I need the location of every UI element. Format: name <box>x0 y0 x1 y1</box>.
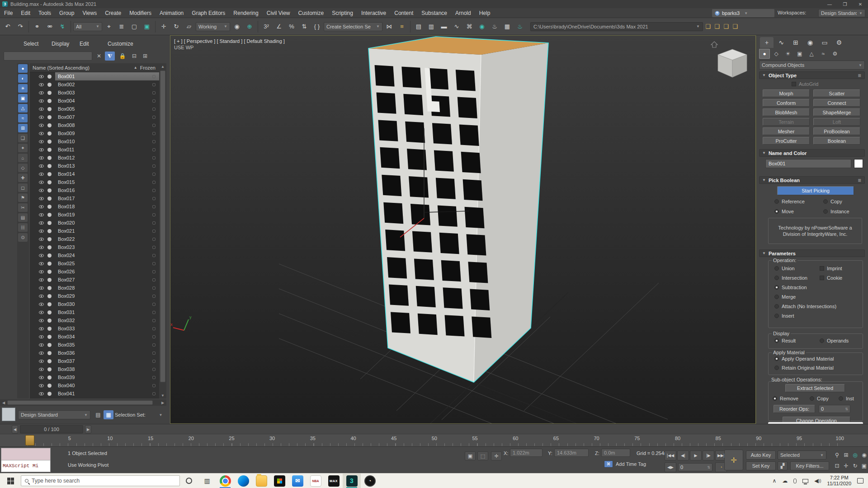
named-selection-sets-icon[interactable]: { } <box>311 21 323 33</box>
folder-button-2-icon[interactable]: ❑ <box>713 21 721 33</box>
key-selection-dropdown[interactable]: Selected▼ <box>778 450 826 460</box>
key-filters-button[interactable]: Key Filters... <box>790 461 829 470</box>
material-editor-icon[interactable]: ◉ <box>476 21 488 33</box>
project-folder-field[interactable]: C:\Users\brady\OneDrive\Documents\3ds Ma… <box>530 22 703 31</box>
copy-extract-radio[interactable]: Copy <box>810 396 829 401</box>
frozen-toggle-icon[interactable] <box>152 335 156 338</box>
frozen-toggle-icon[interactable] <box>152 99 156 103</box>
visibility-eye-icon[interactable] <box>39 278 44 282</box>
select-and-scale-icon[interactable]: ▱ <box>183 21 195 33</box>
scene-object-row[interactable]: Box012 <box>30 154 159 162</box>
filter-helpers-icon[interactable]: △ <box>18 104 28 113</box>
retain-original-material-radio[interactable]: Retain Original Material <box>774 365 834 371</box>
scene-object-row[interactable]: Box031 <box>30 308 159 316</box>
zoom-extents-all-icon[interactable]: ◉ <box>860 450 868 460</box>
viewport-label[interactable]: [ + ] [ Perspective ] [ Standard ] [ Def… <box>174 38 285 44</box>
name-color-rollout-header[interactable]: ▼Name and Color <box>759 149 865 157</box>
insert-radio[interactable]: Insert <box>774 313 794 319</box>
set-keys-big-button[interactable]: ✛ <box>724 450 743 470</box>
visibility-eye-icon[interactable] <box>39 392 44 395</box>
visibility-eye-icon[interactable] <box>39 156 44 160</box>
selection-set-dropdown-icon[interactable]: ▼ <box>156 410 164 419</box>
scene-object-row[interactable]: Box009 <box>30 129 159 137</box>
nba-app-icon[interactable]: NBA <box>307 474 325 488</box>
reference-radio[interactable]: Reference <box>774 199 805 204</box>
menu-item[interactable]: Tools <box>34 8 55 18</box>
render-icon[interactable]: ♨ <box>514 21 526 33</box>
scene-object-row[interactable]: Box030 <box>30 300 159 308</box>
filter-frozen-icon[interactable]: ◻ <box>18 183 28 192</box>
explorer-menu-item[interactable]: Display <box>52 41 69 47</box>
scene-object-row[interactable]: Box036 <box>30 349 159 357</box>
frozen-toggle-icon[interactable] <box>152 352 156 355</box>
object-type-rollout-header[interactable]: ▼Object Type≣ <box>759 71 865 79</box>
category-spacewarps[interactable]: ≈ <box>818 49 829 59</box>
object-type-button[interactable]: Mesher <box>763 127 810 135</box>
building-model[interactable] <box>368 37 548 382</box>
frozen-toggle-icon[interactable] <box>152 303 156 306</box>
scene-object-row[interactable]: Box008 <box>30 121 159 129</box>
remove-radio[interactable]: Remove <box>773 396 798 401</box>
tray-chevron-icon[interactable]: ∧ <box>773 478 777 484</box>
scene-object-row[interactable]: Box002 <box>30 80 159 89</box>
frozen-toggle-icon[interactable] <box>152 238 156 241</box>
filter-xrefs-icon[interactable]: ❑ <box>18 134 28 142</box>
scene-object-row[interactable]: Box001 <box>30 72 159 80</box>
visibility-eye-icon[interactable] <box>39 189 44 192</box>
object-category-dropdown[interactable]: Compound Objects▼ <box>759 61 865 70</box>
action-center-icon[interactable] <box>857 478 863 483</box>
visibility-eye-icon[interactable] <box>39 376 44 379</box>
select-by-name-icon[interactable]: ≣ <box>116 21 127 33</box>
obs-icon[interactable]: ◔ <box>361 474 379 488</box>
current-frame-field[interactable]: 0⇅ <box>678 463 712 471</box>
copy-radio[interactable]: Copy <box>823 199 842 204</box>
scene-object-row[interactable]: Box038 <box>30 365 159 373</box>
menu-item[interactable]: Customize <box>294 8 328 18</box>
object-type-button[interactable]: Connect <box>813 99 860 107</box>
explorer-hscrollbar[interactable]: ◀ ▶ <box>0 399 166 406</box>
use-pivot-point-icon[interactable]: ◉ <box>231 21 243 33</box>
visibility-eye-icon[interactable] <box>39 335 44 338</box>
visibility-eye-icon[interactable] <box>39 148 44 151</box>
explorer-menu-item[interactable]: Edit <box>80 41 89 47</box>
visibility-eye-icon[interactable] <box>39 140 44 143</box>
cookie-checkbox[interactable]: Cookie <box>820 275 842 281</box>
visibility-eye-icon[interactable] <box>39 343 44 347</box>
explorer-menu-item[interactable]: Customize <box>108 41 133 47</box>
imprint-checkbox[interactable]: Imprint <box>820 266 842 271</box>
category-geometry[interactable]: ● <box>759 49 770 59</box>
object-type-button[interactable]: ProBoolean <box>813 127 860 135</box>
menu-item[interactable]: Content <box>390 8 417 18</box>
menu-item[interactable]: File <box>0 8 17 18</box>
scene-object-row[interactable]: Box027 <box>30 276 159 284</box>
menu-item[interactable]: Rendering <box>229 8 262 18</box>
visibility-eye-icon[interactable] <box>39 311 44 314</box>
layer-dropdown[interactable]: Design Standard▼ <box>18 410 90 419</box>
frozen-toggle-icon[interactable] <box>152 164 156 168</box>
operands-radio[interactable]: Operands <box>820 338 849 343</box>
category-helpers[interactable]: △ <box>806 49 817 59</box>
frozen-toggle-icon[interactable] <box>152 246 156 249</box>
filter-cameras-icon[interactable]: ▣ <box>18 94 28 103</box>
zoom-extents-icon[interactable]: ◎ <box>851 450 859 460</box>
scene-object-row[interactable]: Box017 <box>30 194 159 202</box>
edge-icon[interactable] <box>234 474 252 488</box>
autogrid-checkbox[interactable]: AutoGrid <box>792 81 818 87</box>
align-icon[interactable]: ≡ <box>396 21 408 33</box>
scene-object-row[interactable]: Box032 <box>30 316 159 324</box>
selection-lock-icon[interactable]: ⬚ <box>477 451 488 460</box>
perspective-viewport[interactable]: [ + ] [ Perspective ] [ Standard ] [ Def… <box>170 35 756 424</box>
parameters-rollout-header[interactable]: ▼Parameters <box>759 249 865 257</box>
frozen-toggle-icon[interactable] <box>152 132 156 135</box>
orbit-icon[interactable]: ↻ <box>851 461 859 470</box>
zoom-all-icon[interactable]: ⊞ <box>842 450 850 460</box>
visibility-eye-icon[interactable] <box>39 352 44 355</box>
z-coordinate-field[interactable]: 0.0m <box>601 449 630 457</box>
key-mode-toggle-icon[interactable]: ◀▶ <box>665 462 676 472</box>
select-object-icon[interactable]: ⌖ <box>103 21 115 33</box>
frozen-toggle-icon[interactable] <box>152 384 156 387</box>
visibility-eye-icon[interactable] <box>39 270 44 273</box>
scene-object-row[interactable]: Box026 <box>30 267 159 276</box>
chrome-icon[interactable] <box>216 474 234 488</box>
visibility-eye-icon[interactable] <box>39 254 44 257</box>
